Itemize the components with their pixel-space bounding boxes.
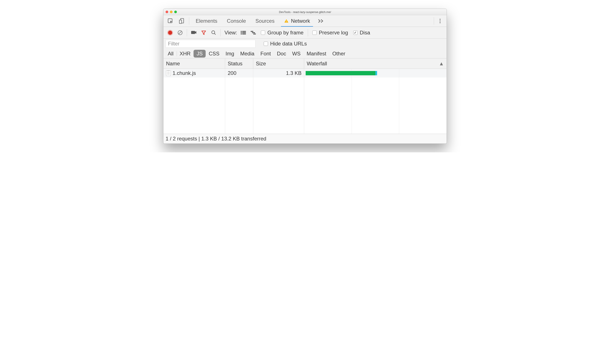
type-js[interactable]: JS (194, 50, 206, 58)
zoom-window-button[interactable] (174, 11, 177, 13)
svg-rect-3 (286, 20, 286, 21)
svg-rect-16 (242, 31, 246, 32)
preserve-log-option[interactable]: Preserve log (310, 30, 351, 36)
checkbox[interactable] (353, 30, 358, 35)
checkbox[interactable] (261, 30, 265, 35)
filter-input[interactable] (166, 40, 255, 48)
column-status[interactable]: Status (225, 58, 253, 69)
type-ws[interactable]: WS (289, 50, 304, 58)
option-label: Group by frame (267, 30, 303, 36)
svg-rect-12 (191, 31, 195, 34)
group-by-frame-option[interactable]: Group by frame (258, 30, 306, 36)
svg-rect-0 (168, 19, 172, 23)
minimize-window-button[interactable] (170, 11, 172, 13)
warning-icon (284, 19, 289, 23)
svg-point-8 (168, 30, 172, 35)
table-body: 1.chunk.js 200 1.3 KB (163, 69, 447, 134)
hide-data-urls-option[interactable]: Hide data URLs (259, 41, 309, 47)
large-rows-button[interactable] (238, 30, 248, 35)
inspect-element-icon[interactable] (165, 18, 176, 24)
tab-label: Console (227, 18, 246, 24)
tab-sources[interactable]: Sources (251, 15, 279, 27)
svg-point-7 (440, 22, 441, 23)
svg-rect-2 (180, 20, 182, 23)
separator (308, 29, 308, 36)
overview-toggle-button[interactable] (248, 30, 258, 35)
window-controls (166, 11, 177, 13)
waterfall-icon (250, 30, 256, 35)
devtools-menu-button[interactable] (436, 18, 444, 24)
checkbox[interactable] (264, 41, 268, 46)
type-filter-row: All XHR JS CSS Img Media Font Doc WS Man… (163, 49, 447, 58)
svg-rect-23 (253, 34, 256, 34)
tab-label: Network (291, 18, 310, 24)
list-icon (241, 30, 246, 35)
sort-asc-icon: ▲ (439, 61, 444, 67)
network-toolbar: View: Group by frame Preserve log (163, 27, 447, 39)
svg-rect-19 (241, 34, 242, 34)
filter-toggle-button[interactable] (199, 30, 209, 35)
device-toolbar-icon[interactable] (176, 18, 187, 24)
close-window-button[interactable] (166, 11, 168, 13)
tab-network[interactable]: Network (279, 15, 315, 27)
tab-elements[interactable]: Elements (191, 15, 222, 27)
column-size[interactable]: Size (253, 58, 304, 69)
tab-label: Elements (196, 18, 217, 24)
record-button[interactable] (165, 30, 175, 36)
option-label: Hide data URLs (270, 41, 307, 47)
type-all[interactable]: All (165, 50, 177, 58)
cell-name: 1.chunk.js (163, 70, 225, 76)
filter-bar: Hide data URLs (163, 39, 447, 49)
separator (187, 29, 187, 36)
status-bar: 1 / 2 requests | 1.3 KB / 13.2 KB transf… (163, 134, 447, 143)
kebab-icon (439, 18, 441, 24)
cell-status: 200 (225, 70, 253, 76)
type-img[interactable]: Img (222, 50, 237, 58)
titlebar: DevTools - react-lazy-suspense.glitch.me… (163, 9, 447, 15)
svg-line-14 (214, 33, 216, 35)
disable-cache-option[interactable]: Disa (351, 30, 373, 36)
window-title: DevTools - react-lazy-suspense.glitch.me… (163, 10, 447, 14)
svg-rect-18 (242, 32, 246, 33)
chevrons-right-icon (318, 19, 324, 23)
cell-size: 1.3 KB (253, 70, 304, 76)
svg-point-13 (212, 31, 215, 34)
tab-console[interactable]: Console (222, 15, 251, 27)
separator (220, 29, 221, 36)
clear-button[interactable] (175, 30, 185, 36)
waterfall-bar (306, 71, 375, 75)
type-manifest[interactable]: Manifest (304, 50, 329, 58)
search-button[interactable] (209, 30, 219, 35)
svg-point-6 (440, 20, 441, 21)
type-media[interactable]: Media (237, 50, 257, 58)
requests-table: Name Status Size Waterfall ▲ 1.chunk.js (163, 58, 447, 134)
svg-rect-15 (241, 31, 242, 32)
camera-icon (191, 30, 196, 35)
svg-line-11 (179, 31, 182, 34)
column-name[interactable]: Name (163, 58, 225, 69)
checkbox[interactable] (312, 30, 317, 35)
option-label: Preserve log (319, 30, 348, 36)
request-name: 1.chunk.js (172, 70, 196, 76)
type-xhr[interactable]: XHR (177, 50, 194, 58)
svg-rect-17 (241, 32, 242, 33)
table-row[interactable]: 1.chunk.js 200 1.3 KB (163, 69, 447, 78)
type-doc[interactable]: Doc (274, 50, 289, 58)
tab-label: Sources (255, 18, 274, 24)
separator (189, 17, 189, 25)
svg-rect-20 (242, 34, 246, 34)
svg-rect-22 (252, 32, 255, 33)
type-font[interactable]: Font (257, 50, 274, 58)
svg-rect-21 (251, 31, 253, 32)
capture-screenshots-button[interactable] (189, 30, 199, 35)
funnel-icon (201, 30, 206, 35)
cell-waterfall (304, 71, 447, 76)
type-other[interactable]: Other (329, 50, 348, 58)
option-label: Disa (360, 30, 370, 36)
panel-tabs: Elements Console Sources Network (163, 15, 447, 27)
more-tabs-button[interactable] (315, 19, 327, 23)
waterfall-bar-end (375, 71, 377, 75)
type-css[interactable]: CSS (206, 50, 222, 58)
ban-icon (177, 30, 183, 36)
column-waterfall[interactable]: Waterfall ▲ (304, 58, 447, 69)
